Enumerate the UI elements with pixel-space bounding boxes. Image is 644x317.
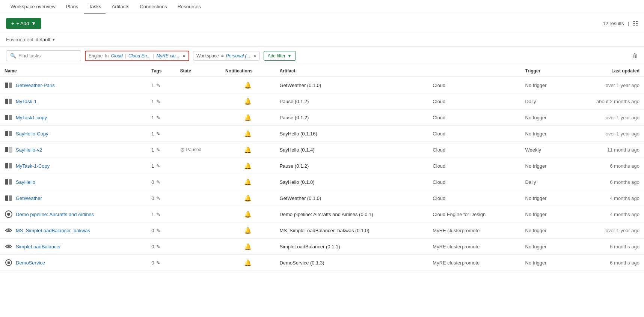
- notification-bell-icon[interactable]: 🔔: [244, 211, 252, 218]
- task-name[interactable]: Demo pipeline: Aircrafts and Airlines: [16, 212, 94, 217]
- table-row: SayHello 0 ✎ 🔔SayHello (0.1.0)CloudDaily…: [0, 174, 644, 190]
- nav-connections[interactable]: Connections: [135, 0, 171, 14]
- svg-rect-11: [9, 163, 12, 168]
- tasks-table: Name Tags State Notifications Artifact T…: [0, 65, 644, 271]
- last-updated: over 1 year ago: [606, 228, 639, 233]
- trigger-name: Weekly: [525, 147, 541, 153]
- workspace-filter-chip[interactable]: Workspace = Personal (... ×: [193, 51, 260, 61]
- tag-edit-icon[interactable]: ✎: [156, 115, 160, 120]
- tag-edit-icon[interactable]: ✎: [156, 99, 160, 104]
- col-name: Name: [0, 65, 147, 77]
- svg-rect-4: [5, 115, 8, 120]
- notification-bell-icon[interactable]: 🔔: [244, 98, 252, 105]
- filter-bar: Environment default ▼: [0, 33, 644, 47]
- engine-filter-val3: MyRE clu...: [156, 53, 179, 59]
- workspace-filter-val: Personal (...: [226, 53, 250, 59]
- notification-bell-icon[interactable]: 🔔: [244, 179, 252, 185]
- search-box[interactable]: 🔍: [6, 50, 81, 61]
- tasks-table-container: Name Tags State Notifications Artifact T…: [0, 65, 644, 271]
- tag-edit-icon[interactable]: ✎: [156, 195, 160, 201]
- task-name[interactable]: SayHello-v2: [16, 147, 42, 153]
- trigger-name: No trigger: [525, 244, 547, 249]
- col-notifications: Notifications: [221, 65, 275, 77]
- notification-bell-icon[interactable]: 🔔: [244, 114, 252, 121]
- engine-name: Cloud: [433, 195, 445, 201]
- nav-resources[interactable]: Resources: [173, 0, 205, 14]
- workspace-filter-close[interactable]: ×: [253, 53, 256, 59]
- trigger-name: No trigger: [525, 212, 547, 217]
- tag-edit-icon[interactable]: ✎: [156, 212, 160, 217]
- task-name[interactable]: SimpleLoadBalancer: [16, 244, 61, 249]
- tag-edit-icon[interactable]: ✎: [156, 147, 160, 153]
- notification-bell-icon[interactable]: 🔔: [244, 131, 252, 137]
- engine-filter-chip[interactable]: Engine In Cloud | Cloud En... | MyRE clu…: [85, 51, 189, 61]
- table-row: MS_SimpleLoadBalancer_bakwas 0 ✎ 🔔MS_Sim…: [0, 222, 644, 239]
- chevron-down-icon: ▼: [52, 38, 56, 42]
- environment-selector[interactable]: Environment default ▼: [6, 37, 56, 42]
- table-row: SayHello-v2 1 ✎ ⊘ Paused 🔔SayHello (0.1.…: [0, 142, 644, 158]
- artifact-name: GetWeather (0.1.0): [279, 83, 321, 88]
- svg-rect-19: [8, 261, 10, 264]
- notification-bell-icon[interactable]: 🔔: [244, 227, 252, 234]
- table-row: SayHello-Copy 1 ✎ 🔔SayHello (0.1.16)Clou…: [0, 126, 644, 142]
- task-name[interactable]: GetWeather-Paris: [16, 83, 55, 88]
- tag-edit-icon[interactable]: ✎: [156, 228, 160, 233]
- state-paused: ⊘ Paused: [180, 147, 216, 153]
- svg-rect-2: [5, 99, 8, 104]
- last-updated: 6 months ago: [610, 244, 639, 249]
- tag-edit-icon[interactable]: ✎: [156, 83, 160, 88]
- engine-filter-close[interactable]: ×: [182, 53, 186, 59]
- add-button[interactable]: + + Add ▼: [6, 18, 41, 29]
- tag-edit-icon[interactable]: ✎: [156, 131, 160, 137]
- nav-plans[interactable]: Plans: [62, 0, 83, 14]
- task-name[interactable]: MyTask-1-Copy: [16, 163, 50, 169]
- notification-bell-icon[interactable]: 🔔: [244, 195, 252, 201]
- nav-workspace-overview[interactable]: Workspace overview: [6, 0, 60, 14]
- task-icon: [5, 194, 13, 202]
- task-name[interactable]: MS_SimpleLoadBalancer_bakwas: [16, 228, 90, 233]
- task-name[interactable]: MyTask1-copy: [16, 115, 47, 120]
- plus-icon: +: [11, 21, 14, 26]
- col-trigger: Trigger: [521, 65, 566, 77]
- trigger-name: No trigger: [525, 115, 547, 120]
- notification-bell-icon[interactable]: 🔔: [244, 147, 252, 153]
- add-filter-button[interactable]: Add filter ▼: [264, 51, 296, 61]
- task-icon: [5, 162, 13, 170]
- task-name[interactable]: SayHello-Copy: [16, 131, 48, 137]
- tag-count: 0: [151, 260, 154, 266]
- env-value[interactable]: default ▼: [36, 37, 56, 42]
- grid-view-icon[interactable]: ☷: [633, 20, 638, 27]
- trigger-name: No trigger: [525, 260, 547, 266]
- tag-edit-icon[interactable]: ✎: [156, 244, 160, 249]
- trigger-name: No trigger: [525, 228, 547, 233]
- trash-icon[interactable]: 🗑: [632, 53, 638, 59]
- col-last-updated: Last updated: [566, 65, 644, 77]
- tag-count: 1: [151, 115, 154, 120]
- notification-bell-icon[interactable]: 🔔: [244, 82, 252, 89]
- task-icon: [5, 242, 13, 251]
- task-icon: [5, 178, 13, 186]
- nav-artifacts[interactable]: Artifacts: [107, 0, 134, 14]
- nav-tasks[interactable]: Tasks: [84, 0, 106, 14]
- tag-edit-icon[interactable]: ✎: [156, 163, 160, 169]
- trigger-name: No trigger: [525, 131, 547, 137]
- notification-bell-icon[interactable]: 🔔: [244, 243, 252, 250]
- task-name[interactable]: SayHello: [16, 179, 35, 185]
- search-input[interactable]: [18, 53, 77, 59]
- svg-rect-13: [9, 179, 12, 185]
- add-filter-label: Add filter: [268, 53, 285, 59]
- task-name[interactable]: DemoService: [16, 260, 45, 266]
- engine-filter-val1: Cloud: [111, 53, 122, 59]
- col-state: State: [176, 65, 221, 77]
- notification-bell-icon[interactable]: 🔔: [244, 163, 252, 169]
- tag-edit-icon[interactable]: ✎: [156, 179, 160, 185]
- task-name[interactable]: MyTask-1: [16, 99, 37, 104]
- task-name[interactable]: GetWeather: [16, 195, 42, 201]
- engine-name: Cloud: [433, 83, 445, 88]
- svg-rect-9: [9, 147, 12, 152]
- col-artifact: Artifact: [275, 65, 520, 77]
- notification-bell-icon[interactable]: 🔔: [244, 260, 252, 266]
- workspace-filter-op: =: [220, 53, 225, 59]
- tag-edit-icon[interactable]: ✎: [156, 260, 160, 266]
- table-row: MyTask1-copy 1 ✎ 🔔Pause (0.1.2)CloudNo t…: [0, 110, 644, 126]
